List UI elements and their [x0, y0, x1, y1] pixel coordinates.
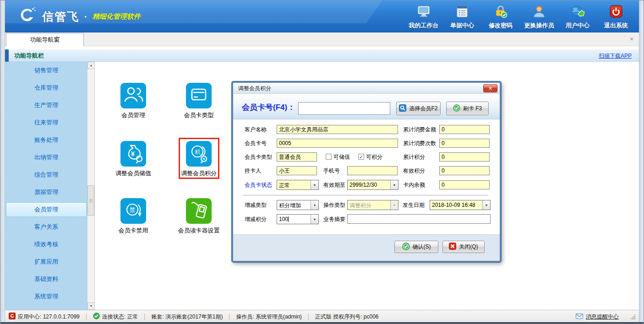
tile-card-type[interactable]: [186, 83, 212, 108]
sidebar-item-members[interactable]: 会员管理: [6, 202, 87, 217]
tile-card-reader-settings[interactable]: [186, 198, 212, 224]
documents-icon: [455, 5, 469, 20]
tab-close-icon[interactable]: ×: [628, 36, 635, 43]
download-app-link[interactable]: 扫描下载APP: [599, 49, 632, 62]
sidebar-item-accounting[interactable]: 账务处理: [5, 131, 87, 149]
tile-label-card-type[interactable]: 会员卡类型: [162, 111, 235, 119]
tile-adjust-points[interactable]: 积: [186, 141, 212, 167]
valid-until-label: 有效期至: [323, 180, 345, 189]
sidebar-item-bills[interactable]: 票据管理: [5, 184, 87, 201]
total-amount-input[interactable]: [439, 125, 490, 134]
sidebar-item-basic-data[interactable]: 基础资料: [5, 270, 87, 288]
total-points-input[interactable]: [439, 152, 490, 162]
app-logo-small-icon: [9, 313, 16, 321]
tile-card-disable[interactable]: 禁: [120, 198, 146, 224]
sidebar-item-extensions[interactable]: 扩展应用: [5, 253, 87, 270]
dropdown-arrow-icon[interactable]: [390, 180, 398, 189]
status-app-center: 应用中心: 127.0.0.1:7099: [9, 313, 80, 321]
total-points-label: 累计积分: [403, 152, 425, 162]
sidebar-item-system[interactable]: 系统管理: [5, 288, 87, 305]
member-card-icon: [186, 82, 212, 109]
logo-dot: ·: [84, 11, 87, 22]
sidebar: 销售管理 仓库管理 生产管理 往来管理 账务处理 出纳管理 综合管理 票据管理 …: [5, 62, 87, 310]
menu-item-exit[interactable]: 退出系统: [597, 5, 635, 30]
balance-input[interactable]: [439, 180, 490, 189]
tile-label-card-disable[interactable]: 会员卡禁用: [97, 227, 170, 235]
tile-label-adjust-points[interactable]: 调整会员积分: [162, 169, 235, 178]
card-type-input[interactable]: [277, 152, 317, 162]
sidebar-item-cashier[interactable]: 出纳管理: [5, 149, 87, 166]
dialog-separator: [243, 195, 488, 195]
valid-points-label: 有效积分: [403, 166, 425, 175]
balance-label: 卡内余额: [403, 180, 425, 189]
tile-label-adjust-stored-value[interactable]: 调整会员储值: [97, 169, 170, 178]
total-count-input[interactable]: [439, 139, 490, 148]
tile-label-member-management[interactable]: 会员管理: [97, 111, 170, 119]
card-no-label: 会员卡号: [245, 139, 267, 148]
dropdown-arrow-icon[interactable]: [311, 215, 318, 224]
swipe-card-button[interactable]: 刷卡 F3: [446, 102, 489, 115]
select-member-button[interactable]: 选择会员F2: [396, 102, 441, 115]
menu-item-user-center[interactable]: 用户中心: [558, 5, 597, 30]
scroll-up-icon[interactable]: ▲: [87, 62, 95, 69]
sidebar-scrollbar[interactable]: ▲ ▼: [87, 62, 95, 310]
confirm-button[interactable]: 确认(S): [394, 241, 438, 253]
tab-function-navigation[interactable]: 功能导航窗: [6, 33, 84, 46]
status-separator: [144, 313, 145, 320]
stored-value-checkbox-label: 可储值: [333, 152, 350, 162]
window-frame-left: [0, 0, 5, 324]
select-member-label: 选择会员F2: [409, 105, 437, 113]
adjust-points-combo[interactable]: 100: [277, 214, 319, 224]
sidebar-item-comprehensive[interactable]: 综合管理: [5, 166, 87, 184]
valid-until-dropdown[interactable]: 2999/12/30: [347, 180, 398, 190]
close-label: 关闭(Q): [459, 243, 478, 251]
dropdown-arrow-icon[interactable]: [311, 200, 318, 210]
card-status-dropdown[interactable]: 正常: [277, 180, 319, 190]
confirm-check-icon: [402, 243, 410, 252]
sidebar-item-customer-relations[interactable]: 客户关系: [5, 218, 87, 236]
status-operator: 操作员: 系统管理员(admin): [236, 313, 301, 321]
password-lock-icon: [494, 5, 508, 20]
menu-item-documents[interactable]: 单据中心: [443, 5, 481, 30]
summary-input[interactable]: [347, 214, 491, 224]
menu-item-switch-operator[interactable]: 更换操作员: [520, 5, 558, 30]
dropdown-arrow-icon[interactable]: [311, 180, 318, 189]
mobile-label: 手机号: [323, 166, 340, 175]
menu-item-workbench[interactable]: 我的工作台: [404, 5, 443, 30]
message-center-link[interactable]: 消息提醒中心: [586, 313, 619, 321]
tile-label-card-reader-settings[interactable]: 会员读卡器设置: [162, 227, 235, 235]
card-no-input[interactable]: [277, 139, 398, 148]
sidebar-item-warehouse[interactable]: 仓库管理: [5, 79, 87, 97]
envelope-icon: [576, 313, 583, 320]
dialog-close-icon[interactable]: ✕: [483, 84, 497, 92]
customer-name-input[interactable]: [277, 125, 398, 134]
tile-adjust-stored-value[interactable]: ¥: [120, 141, 146, 167]
sidebar-item-production[interactable]: 生产管理: [5, 97, 87, 114]
mobile-input[interactable]: [347, 166, 398, 175]
tile-member-management[interactable]: [120, 83, 146, 108]
points-checkbox-label: 可积分: [366, 152, 382, 162]
status-license: 正式版 授权序列号: pc006: [315, 313, 379, 321]
adjust-type-dropdown[interactable]: 积分增加: [277, 200, 319, 210]
scrollbar-thumb[interactable]: [87, 185, 94, 216]
sidebar-item-performance[interactable]: 绩效考核: [5, 236, 87, 253]
holder-input[interactable]: [277, 166, 317, 175]
valid-points-input[interactable]: [439, 166, 490, 175]
status-separator: [308, 313, 309, 320]
nav-accent-bar: [5, 49, 9, 62]
card-number-input[interactable]: [298, 102, 390, 115]
sidebar-item-transactions[interactable]: 往来管理: [5, 114, 87, 131]
status-separator: [229, 313, 229, 320]
menu-item-change-password[interactable]: 修改密码: [481, 5, 520, 30]
confirm-label: 确认(S): [413, 243, 431, 251]
points-checkbox[interactable]: ✓: [358, 154, 364, 160]
dropdown-arrow-icon[interactable]: [482, 200, 490, 210]
dialog-title: 调整会员积分: [233, 83, 500, 94]
scroll-down-icon[interactable]: ▼: [87, 302, 95, 310]
red-x-icon: [449, 243, 456, 251]
sidebar-item-sales[interactable]: 销售管理: [5, 62, 87, 79]
resize-grip-icon[interactable]: [630, 314, 635, 319]
stored-value-checkbox[interactable]: [326, 154, 332, 160]
close-button[interactable]: 关闭(Q): [442, 241, 485, 253]
occur-date-dropdown[interactable]: 2018-10-09 16:48: [430, 200, 491, 210]
